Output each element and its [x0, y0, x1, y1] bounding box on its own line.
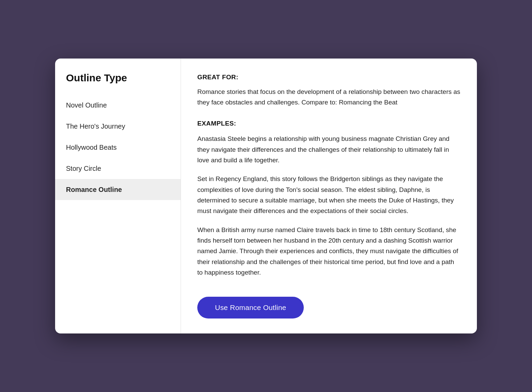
examples-label: EXAMPLES:	[197, 120, 461, 127]
example-3: When a British army nurse named Claire t…	[197, 225, 461, 278]
great-for-label: GREAT FOR:	[197, 74, 461, 81]
sidebar-title: Outline Type	[55, 72, 181, 95]
sidebar-item-story-circle[interactable]: Story Circle	[55, 158, 181, 179]
sidebar-item-heros-journey[interactable]: The Hero's Journey	[55, 116, 181, 137]
example-1: Anastasia Steele begins a relationship w…	[197, 133, 461, 165]
outline-type-modal: Outline Type Novel Outline The Hero's Jo…	[55, 59, 477, 334]
great-for-description: Romance stories that focus on the develo…	[197, 86, 461, 108]
use-romance-outline-button[interactable]: Use Romance Outline	[197, 297, 304, 318]
example-2: Set in Regency England, this story follo…	[197, 174, 461, 216]
sidebar-item-hollywood-beats[interactable]: Hollywood Beats	[55, 137, 181, 158]
content-area: GREAT FOR: Romance stories that focus on…	[181, 59, 477, 334]
sidebar: Outline Type Novel Outline The Hero's Jo…	[55, 59, 181, 334]
sidebar-item-romance-outline[interactable]: Romance Outline	[55, 179, 181, 200]
sidebar-item-novel-outline[interactable]: Novel Outline	[55, 95, 181, 116]
